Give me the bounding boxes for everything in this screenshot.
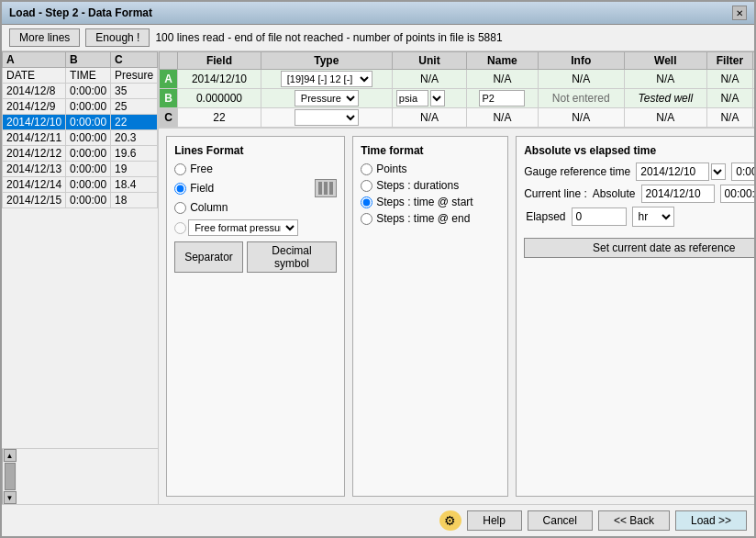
current-date-input[interactable] bbox=[641, 185, 715, 203]
table-row[interactable]: DATETIMEPresure bbox=[3, 68, 158, 84]
time-steps-dur-label: Steps : durations bbox=[376, 179, 459, 192]
fh-type: Type bbox=[261, 52, 392, 70]
format-field-item: Field bbox=[174, 179, 337, 197]
unit-select-b[interactable]: ▼ bbox=[430, 90, 445, 106]
gauge-ref-label: Gauge reference time bbox=[524, 165, 630, 178]
time-points-label: Points bbox=[376, 163, 406, 175]
format-field-label: Field bbox=[190, 182, 214, 195]
unit-input-b[interactable] bbox=[396, 90, 428, 106]
fh-well: Well bbox=[624, 52, 706, 70]
table-row[interactable]: 2014/12/80:00:0035 bbox=[3, 84, 158, 99]
lines-format-options: Free Field Column bbox=[174, 163, 337, 214]
time-format-options: Points Steps : durations Steps : time @ … bbox=[361, 163, 500, 225]
current-line-label: Current line : bbox=[524, 187, 587, 200]
data-table-area: A B C DATETIMEPresure2014/12/80:00:00352… bbox=[2, 51, 159, 504]
table-row[interactable]: 2014/12/110:00:0020.3 bbox=[3, 130, 158, 146]
bottom-btn-row: Separator Decimal symbol bbox=[174, 241, 337, 273]
table-row[interactable]: 2014/12/120:00:0019.6 bbox=[3, 146, 158, 162]
elapsed-label: Elapsed bbox=[526, 210, 565, 223]
time-steps-dur-radio[interactable] bbox=[361, 180, 372, 192]
svg-rect-0 bbox=[318, 182, 322, 195]
time-points-item: Points bbox=[361, 163, 500, 175]
help-button[interactable]: Help bbox=[467, 510, 522, 531]
vertical-scrollbar[interactable]: ▲ ▼ bbox=[2, 449, 17, 504]
col-header-c: C bbox=[111, 52, 158, 68]
elapsed-input[interactable] bbox=[572, 207, 627, 226]
set-ref-button[interactable]: Set current date as reference bbox=[524, 238, 754, 258]
gauge-time-input[interactable] bbox=[731, 163, 754, 181]
time-steps-start-item: Steps : time @ start bbox=[361, 196, 500, 208]
col-header-a: A bbox=[3, 52, 66, 68]
table-row[interactable]: 2014/12/100:00:0022 bbox=[3, 115, 158, 130]
abs-elapsed-panel: Absolute vs elapsed time Gauge reference… bbox=[516, 136, 754, 497]
current-time-input[interactable] bbox=[720, 185, 754, 203]
load-button[interactable]: Load >> bbox=[675, 510, 747, 531]
data-table[interactable]: A B C DATETIMEPresure2014/12/80:00:00352… bbox=[2, 51, 158, 449]
enough-button[interactable]: Enough ! bbox=[85, 28, 150, 47]
gear-icon: ⚙ bbox=[439, 510, 461, 531]
table-row[interactable]: 2014/12/130:00:0019 bbox=[3, 162, 158, 177]
format-column-label: Column bbox=[190, 201, 228, 214]
footer: ⚙ Help Cancel << Back Load >> bbox=[2, 504, 754, 536]
scroll-down-button[interactable]: ▼ bbox=[4, 491, 17, 504]
field-table-row[interactable]: C22N/AN/AN/AN/AN/AN/A bbox=[160, 108, 754, 128]
fh-empty bbox=[160, 52, 178, 70]
format-free-label: Free bbox=[190, 163, 213, 175]
type-select-b[interactable]: Pressure bbox=[295, 90, 359, 106]
field-table-row[interactable]: A2014/12/10[19]94 [-] 12 [-] 31N/AN/AN/A… bbox=[160, 70, 754, 89]
col-header-b: B bbox=[66, 52, 111, 68]
elapsed-unit-select[interactable]: hr min sec bbox=[632, 207, 674, 227]
abs-elapsed-title: Absolute vs elapsed time bbox=[524, 144, 754, 157]
fh-unit: Unit bbox=[392, 52, 466, 70]
decimal-symbol-button[interactable]: Decimal symbol bbox=[247, 241, 337, 273]
lines-format-panel: Lines Format Free Field bbox=[166, 136, 345, 497]
time-steps-start-label: Steps : time @ start bbox=[376, 196, 473, 208]
more-lines-button[interactable]: More lines bbox=[9, 28, 80, 47]
table-row[interactable]: 2014/12/140:00:0018.4 bbox=[3, 177, 158, 193]
fh-info: Info bbox=[538, 52, 624, 70]
time-steps-end-label: Steps : time @ end bbox=[376, 212, 470, 225]
format-column-item: Column bbox=[174, 201, 337, 214]
close-button[interactable]: ✕ bbox=[732, 6, 747, 20]
bottom-panels: Lines Format Free Field bbox=[159, 129, 754, 504]
toolbar: More lines Enough ! 100 lines read - end… bbox=[2, 25, 754, 51]
main-window: Load - Step 2 - Data Format ✕ More lines… bbox=[0, 0, 756, 538]
time-steps-end-item: Steps : time @ end bbox=[361, 212, 500, 225]
fh-window: Window bbox=[753, 52, 754, 70]
format-free-radio[interactable] bbox=[174, 163, 186, 175]
field-table-area: Field Type Unit Name Info Well Filter Wi… bbox=[159, 51, 754, 129]
lines-format-title: Lines Format bbox=[174, 144, 337, 157]
current-line-type: Absolute bbox=[593, 187, 636, 200]
format-free-item: Free bbox=[174, 163, 337, 175]
format-field-radio[interactable] bbox=[174, 183, 186, 195]
name-input-b[interactable] bbox=[479, 90, 525, 106]
time-steps-start-radio[interactable] bbox=[361, 196, 372, 208]
fh-field: Field bbox=[178, 52, 261, 70]
format-freeformat-radio[interactable] bbox=[174, 222, 186, 234]
svg-rect-2 bbox=[329, 182, 333, 195]
fh-name: Name bbox=[467, 52, 538, 70]
time-steps-end-radio[interactable] bbox=[361, 213, 372, 225]
time-format-title: Time format bbox=[361, 144, 500, 157]
table-row[interactable]: 2014/12/150:00:0018 bbox=[3, 193, 158, 208]
table-row[interactable]: 2014/12/90:00:0025 bbox=[3, 99, 158, 115]
svg-rect-1 bbox=[324, 182, 328, 195]
main-content: A B C DATETIMEPresure2014/12/80:00:00352… bbox=[2, 51, 754, 504]
cancel-button[interactable]: Cancel bbox=[528, 510, 593, 531]
gauge-date-input[interactable] bbox=[636, 163, 709, 181]
scroll-up-button[interactable]: ▲ bbox=[4, 449, 17, 462]
gauge-date-dropdown[interactable]: ▼ bbox=[711, 163, 726, 180]
right-area: Field Type Unit Name Info Well Filter Wi… bbox=[159, 51, 754, 504]
format-column-radio[interactable] bbox=[174, 202, 186, 214]
status-text: 100 lines read - end of file not reached… bbox=[155, 31, 502, 44]
time-steps-dur-item: Steps : durations bbox=[361, 179, 500, 192]
free-format-dropdown[interactable]: Free format pressure bbox=[188, 219, 298, 236]
type-select-c[interactable] bbox=[295, 109, 359, 126]
window-title: Load - Step 2 - Data Format bbox=[9, 6, 152, 19]
separator-button[interactable]: Separator bbox=[174, 241, 243, 273]
back-button[interactable]: << Back bbox=[598, 510, 670, 531]
type-select-a[interactable]: [19]94 [-] 12 [-] 31 bbox=[281, 71, 372, 87]
time-points-radio[interactable] bbox=[361, 163, 372, 175]
field-table-row[interactable]: B0.000000Pressure▼Not enteredTested well… bbox=[160, 89, 754, 108]
scroll-thumb[interactable] bbox=[5, 463, 16, 490]
